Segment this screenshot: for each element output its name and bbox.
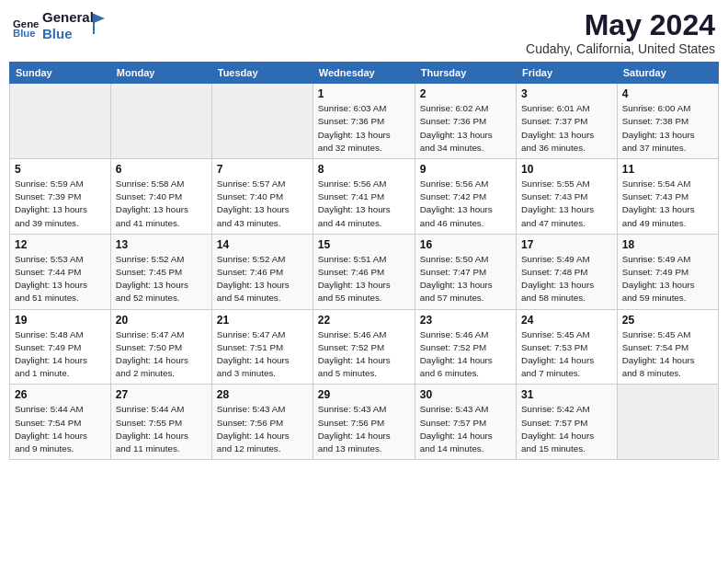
day-info: Sunrise: 5:47 AMSunset: 7:51 PMDaylight:… [217,328,308,381]
weekday-header-sunday: Sunday [10,63,111,84]
calendar-cell: 26Sunrise: 5:44 AMSunset: 7:54 PMDayligh… [10,385,111,460]
day-number: 9 [420,163,511,176]
calendar-cell: 6Sunrise: 5:58 AMSunset: 7:40 PMDaylight… [110,159,211,235]
day-info: Sunrise: 5:57 AMSunset: 7:40 PMDaylight:… [217,178,308,230]
calendar-week-5: 26Sunrise: 5:44 AMSunset: 7:54 PMDayligh… [10,385,719,460]
calendar-cell: 15Sunrise: 5:51 AMSunset: 7:46 PMDayligh… [313,234,415,309]
day-number: 15 [318,238,410,251]
day-info: Sunrise: 6:00 AMSunset: 7:38 PMDaylight:… [622,102,713,155]
logo-general: General [42,9,94,26]
day-info: Sunrise: 6:03 AMSunset: 7:36 PMDaylight:… [318,102,410,155]
day-info: Sunrise: 5:58 AMSunset: 7:40 PMDaylight:… [116,178,207,230]
calendar-cell: 5Sunrise: 5:59 AMSunset: 7:39 PMDaylight… [10,159,111,235]
day-number: 7 [217,163,308,176]
calendar-cell: 8Sunrise: 5:56 AMSunset: 7:41 PMDaylight… [313,159,415,235]
day-number: 6 [116,163,207,176]
calendar-cell: 27Sunrise: 5:44 AMSunset: 7:55 PMDayligh… [110,385,211,460]
day-number: 25 [622,314,713,327]
calendar-cell: 28Sunrise: 5:43 AMSunset: 7:56 PMDayligh… [211,385,313,460]
day-info: Sunrise: 5:53 AMSunset: 7:44 PMDaylight:… [15,253,106,305]
day-info: Sunrise: 5:59 AMSunset: 7:39 PMDaylight:… [15,178,106,230]
svg-marker-3 [94,14,105,23]
day-info: Sunrise: 6:01 AMSunset: 7:37 PMDaylight:… [521,102,612,155]
calendar-cell [211,84,313,159]
calendar-week-3: 12Sunrise: 5:53 AMSunset: 7:44 PMDayligh… [10,234,719,309]
day-info: Sunrise: 5:43 AMSunset: 7:57 PMDaylight:… [420,403,511,455]
day-info: Sunrise: 5:43 AMSunset: 7:56 PMDaylight:… [318,403,410,455]
calendar-cell: 23Sunrise: 5:46 AMSunset: 7:52 PMDayligh… [415,309,516,385]
calendar-cell: 31Sunrise: 5:42 AMSunset: 7:57 PMDayligh… [517,385,618,460]
logo: General Blue General Blue [13,9,107,42]
day-number: 31 [521,388,612,401]
day-info: Sunrise: 5:52 AMSunset: 7:45 PMDaylight:… [116,253,207,305]
calendar-cell: 22Sunrise: 5:46 AMSunset: 7:52 PMDayligh… [313,309,415,385]
weekday-header-monday: Monday [110,63,211,84]
day-number: 30 [420,388,511,401]
calendar-cell: 7Sunrise: 5:57 AMSunset: 7:40 PMDaylight… [211,159,313,235]
day-info: Sunrise: 5:56 AMSunset: 7:42 PMDaylight:… [420,178,511,230]
day-number: 26 [15,388,106,401]
day-number: 17 [521,238,612,251]
day-number: 3 [521,87,612,100]
day-info: Sunrise: 5:52 AMSunset: 7:46 PMDaylight:… [217,253,308,305]
calendar-cell: 1Sunrise: 6:03 AMSunset: 7:36 PMDaylight… [313,84,415,159]
calendar-cell: 11Sunrise: 5:54 AMSunset: 7:43 PMDayligh… [617,159,718,235]
day-info: Sunrise: 5:49 AMSunset: 7:48 PMDaylight:… [521,253,612,305]
day-info: Sunrise: 5:42 AMSunset: 7:57 PMDaylight:… [521,403,612,455]
day-info: Sunrise: 5:54 AMSunset: 7:43 PMDaylight:… [622,178,713,230]
day-info: Sunrise: 5:43 AMSunset: 7:56 PMDaylight:… [217,403,308,455]
calendar-week-2: 5Sunrise: 5:59 AMSunset: 7:39 PMDaylight… [10,159,719,235]
logo-flag-icon [88,14,107,34]
page-header: General Blue General Blue May 2024 Cudah… [9,9,719,56]
day-number: 16 [420,238,511,251]
calendar-cell: 13Sunrise: 5:52 AMSunset: 7:45 PMDayligh… [110,234,211,309]
day-number: 11 [622,163,713,176]
day-number: 23 [420,314,511,327]
calendar-cell: 16Sunrise: 5:50 AMSunset: 7:47 PMDayligh… [415,234,516,309]
title-block: May 2024 Cudahy, California, United Stat… [526,9,715,56]
calendar-cell: 24Sunrise: 5:45 AMSunset: 7:53 PMDayligh… [517,309,618,385]
day-info: Sunrise: 5:45 AMSunset: 7:53 PMDaylight:… [521,328,612,381]
weekday-header-tuesday: Tuesday [211,63,313,84]
day-number: 14 [217,238,308,251]
day-info: Sunrise: 5:46 AMSunset: 7:52 PMDaylight:… [420,328,511,381]
day-number: 28 [217,388,308,401]
day-number: 29 [318,388,410,401]
day-number: 19 [15,314,106,327]
calendar-cell [10,84,111,159]
day-info: Sunrise: 5:46 AMSunset: 7:52 PMDaylight:… [318,328,410,381]
calendar-cell: 4Sunrise: 6:00 AMSunset: 7:38 PMDaylight… [617,84,718,159]
day-number: 22 [318,314,410,327]
calendar-cell: 29Sunrise: 5:43 AMSunset: 7:56 PMDayligh… [313,385,415,460]
day-number: 2 [420,87,511,100]
calendar-cell: 3Sunrise: 6:01 AMSunset: 7:37 PMDaylight… [517,84,618,159]
location-text: Cudahy, California, United States [526,41,715,56]
day-info: Sunrise: 5:44 AMSunset: 7:55 PMDaylight:… [116,403,207,455]
weekday-header-wednesday: Wednesday [313,63,415,84]
day-number: 24 [521,314,612,327]
calendar-cell: 9Sunrise: 5:56 AMSunset: 7:42 PMDaylight… [415,159,516,235]
day-number: 1 [318,87,410,100]
day-info: Sunrise: 5:48 AMSunset: 7:49 PMDaylight:… [15,328,106,381]
weekday-header-thursday: Thursday [415,63,516,84]
day-info: Sunrise: 6:02 AMSunset: 7:36 PMDaylight:… [420,102,511,155]
day-number: 4 [622,87,713,100]
day-info: Sunrise: 5:44 AMSunset: 7:54 PMDaylight:… [15,403,106,455]
calendar-week-1: 1Sunrise: 6:03 AMSunset: 7:36 PMDaylight… [10,84,719,159]
calendar-cell: 2Sunrise: 6:02 AMSunset: 7:36 PMDaylight… [415,84,516,159]
day-number: 21 [217,314,308,327]
day-number: 10 [521,163,612,176]
calendar-cell: 18Sunrise: 5:49 AMSunset: 7:49 PMDayligh… [617,234,718,309]
calendar-cell: 14Sunrise: 5:52 AMSunset: 7:46 PMDayligh… [211,234,313,309]
month-title: May 2024 [526,9,715,41]
day-number: 8 [318,163,410,176]
day-info: Sunrise: 5:47 AMSunset: 7:50 PMDaylight:… [116,328,207,381]
calendar-cell: 21Sunrise: 5:47 AMSunset: 7:51 PMDayligh… [211,309,313,385]
day-info: Sunrise: 5:49 AMSunset: 7:49 PMDaylight:… [622,253,713,305]
weekday-header-saturday: Saturday [617,63,718,84]
calendar-cell: 12Sunrise: 5:53 AMSunset: 7:44 PMDayligh… [10,234,111,309]
weekday-header-friday: Friday [517,63,618,84]
day-info: Sunrise: 5:50 AMSunset: 7:47 PMDaylight:… [420,253,511,305]
calendar-cell: 30Sunrise: 5:43 AMSunset: 7:57 PMDayligh… [415,385,516,460]
day-number: 27 [116,388,207,401]
